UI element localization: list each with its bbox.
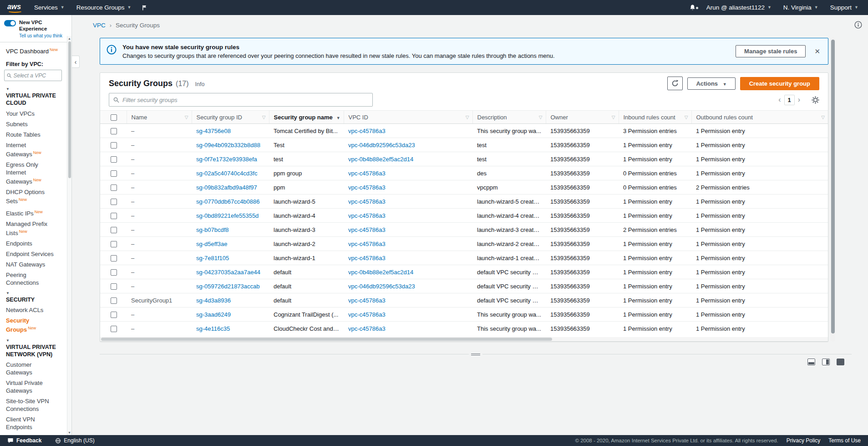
security-group-id-link[interactable]: sg-059726d21873accab [196,283,260,290]
column-filter-icon[interactable]: ▽ [612,115,615,120]
row-checkbox[interactable] [111,199,117,205]
row-checkbox[interactable] [111,283,117,290]
security-group-id-link[interactable]: sg-4d3a8936 [196,297,231,304]
vpc-id-link[interactable]: vpc-0b4b88e2ef5ac2d14 [348,269,413,276]
scrollbar-thumb[interactable] [831,40,835,333]
column-header-name[interactable]: Name▽ [127,111,192,124]
column-header-description[interactable]: Description▽ [472,111,546,124]
split-panel-drag-handle[interactable] [469,352,482,356]
sidebar-item-elastic-ips[interactable]: Elastic IPsNew [0,207,67,219]
sidebar-item-your-vpcs[interactable]: Your VPCs [0,108,67,119]
help-panel-button[interactable] [854,21,862,31]
sidebar-item-peering-connections[interactable]: Peering Connections [0,270,67,288]
security-group-id-link[interactable]: sg-0f7e1732e93938efa [196,156,257,163]
sidebar-item-client-vpn-endpoints[interactable]: Client VPN Endpoints [0,414,67,432]
row-checkbox[interactable] [111,297,117,304]
sidebar-item-internet-gateways[interactable]: Internet GatewaysNew [0,140,67,159]
table-settings-button[interactable] [812,96,819,104]
sidebar-item-subnets[interactable]: Subnets [0,119,67,129]
security-group-id-link[interactable]: sg-d5eff3ae [196,241,227,247]
section-collapse-icon[interactable]: ▼ [0,337,67,343]
experience-toggle[interactable] [4,20,16,26]
next-page-icon[interactable]: › [795,96,803,104]
feedback-button[interactable]: Feedback [7,437,41,444]
previous-page-icon[interactable]: ‹ [775,96,784,104]
split-panel-bottom-icon[interactable] [807,359,815,365]
pin-shortcut-button[interactable] [137,0,152,15]
vpc-id-link[interactable]: vpc-c45786a3 [348,226,386,233]
scroll-down-icon[interactable]: ▼ [68,430,71,435]
scroll-up-icon[interactable]: ▲ [68,36,71,41]
experience-subtitle[interactable]: Tell us what you think [19,33,65,38]
column-header-owner[interactable]: Owner▽ [546,111,619,124]
sidebar-item-site-to-site-vpn-connections[interactable]: Site-to-Site VPN Connections [0,396,67,414]
vpc-id-link[interactable]: vpc-c45786a3 [348,170,386,177]
column-filter-icon[interactable]: ▽ [262,115,266,120]
security-group-id-link[interactable]: sg-0770ddb67cc4b0886 [196,198,260,205]
sidebar-item-virtual-private-gateways[interactable]: Virtual Private Gateways [0,378,67,396]
column-filter-icon[interactable]: ▽ [185,115,188,120]
vpc-id-link[interactable]: vpc-c45786a3 [348,198,386,205]
create-security-group-button[interactable]: Create security group [740,77,819,90]
scrollbar-thumb[interactable] [68,41,71,178]
row-checkbox[interactable] [111,213,117,219]
row-checkbox[interactable] [111,326,117,332]
vpc-id-link[interactable]: vpc-c45786a3 [348,184,386,191]
column-filter-icon[interactable]: ▽ [466,115,469,120]
security-group-id-link[interactable]: sg-09b832afbd9a48f97 [196,184,257,191]
sidebar-collapse-handle[interactable]: ‹ [72,56,80,68]
refresh-button[interactable] [667,77,683,90]
sidebar-scrollbar[interactable]: ▲ ▼ [67,36,71,435]
sidebar-item-vpc-dashboard[interactable]: VPC DashboardNew [0,42,67,56]
privacy-policy-link[interactable]: Privacy Policy [787,437,821,444]
vpc-id-link[interactable]: vpc-0b4b88e2ef5ac2d14 [348,156,413,163]
section-collapse-icon[interactable]: ▼ [0,434,67,435]
support-menu[interactable]: Support ▼ [824,0,864,15]
sidebar-item-dhcp-options-sets[interactable]: DHCP Options SetsNew [0,187,67,206]
security-group-id-link[interactable]: sg-0bd89221efe55355d [196,212,259,219]
row-checkbox[interactable] [111,142,117,149]
row-checkbox[interactable] [111,170,117,177]
row-checkbox[interactable] [111,185,117,191]
language-selector[interactable]: English (US) [55,437,94,444]
services-menu[interactable]: Services ▼ [28,0,71,15]
sidebar-item-endpoint-services[interactable]: Endpoint Services [0,249,67,259]
column-header-security-group-name[interactable]: Security group name▼ [269,111,344,124]
row-checkbox[interactable] [111,269,117,276]
table-filter-box[interactable] [109,93,373,107]
sidebar-item-route-tables[interactable]: Route Tables [0,129,67,140]
vpc-id-link[interactable]: vpc-c45786a3 [348,311,386,318]
scrollbar-thumb[interactable] [101,338,552,341]
column-header-security-group-id[interactable]: Security group ID▽ [192,111,269,124]
account-menu[interactable]: Arun @ aliastest1122 ▼ [700,0,777,15]
vpc-id-link[interactable]: vpc-c45786a3 [348,325,386,332]
sidebar-item-customer-gateways[interactable]: Customer Gateways [0,359,67,378]
notifications-button[interactable] [685,4,700,11]
row-checkbox[interactable] [111,312,117,318]
row-checkbox[interactable] [111,241,117,247]
vpc-id-link[interactable]: vpc-c45786a3 [348,212,386,219]
column-header-inbound-rules-count[interactable]: Inbound rules count▽ [619,111,691,124]
security-group-id-link[interactable]: sg-43756e08 [196,128,231,134]
security-group-id-link[interactable]: sg-02a5c40740c4cd3fc [196,170,257,177]
banner-close-icon[interactable]: ✕ [813,47,822,56]
breadcrumb-vpc-link[interactable]: VPC [93,22,106,29]
sidebar-item-endpoints[interactable]: Endpoints [0,238,67,249]
sidebar-item-egress-only-internet-gateways[interactable]: Egress Only Internet GatewaysNew [0,159,67,187]
vpc-id-link[interactable]: vpc-c45786a3 [348,128,386,134]
section-collapse-icon[interactable]: ▼ [0,86,67,91]
column-header-vpc-id[interactable]: VPC ID▽ [344,111,472,124]
vpc-id-link[interactable]: vpc-c45786a3 [348,255,386,261]
row-checkbox[interactable] [111,255,117,261]
vpc-id-link[interactable]: vpc-046db92596c53da23 [348,142,415,149]
select-all-checkbox[interactable] [111,114,117,121]
security-group-id-link[interactable]: sg-04237035a2aa7ae44 [196,269,260,276]
info-link[interactable]: Info [195,81,205,87]
actions-dropdown-button[interactable]: Actions ▼ [687,77,735,90]
manage-stale-rules-button[interactable]: Manage stale rules [736,45,806,57]
sidebar-item-nat-gateways[interactable]: NAT Gateways [0,259,67,270]
section-collapse-icon[interactable]: ▼ [0,290,67,295]
sidebar-item-network-acls[interactable]: Network ACLs [0,305,67,315]
column-filter-icon[interactable]: ▽ [539,115,543,120]
table-filter-input[interactable] [122,97,368,103]
